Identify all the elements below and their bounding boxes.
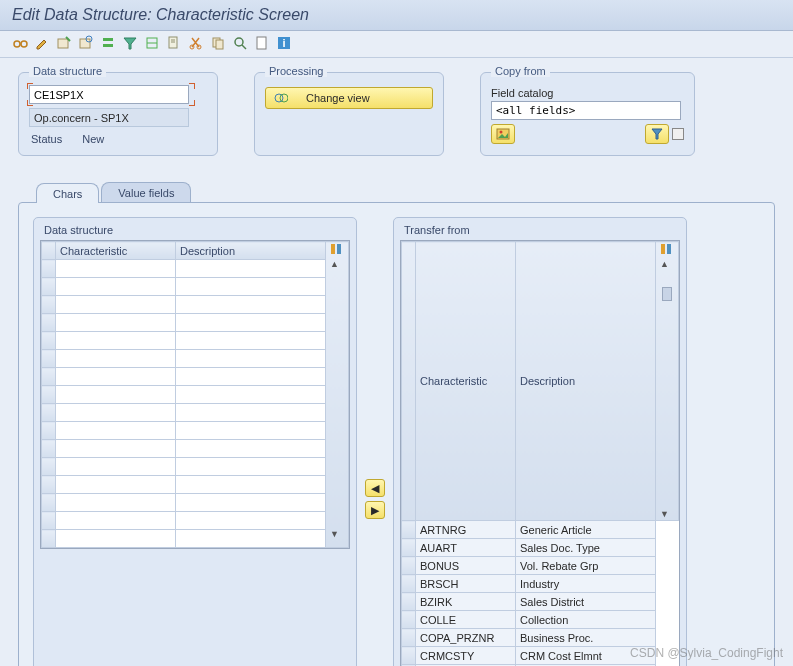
svg-point-23 [280, 94, 288, 102]
scroll-thumb[interactable] [662, 287, 672, 301]
pencil-icon[interactable] [34, 35, 50, 51]
activate-icon[interactable] [100, 35, 116, 51]
svg-point-25 [500, 131, 503, 134]
col-characteristic[interactable]: Characteristic [56, 242, 176, 260]
table-row[interactable] [42, 530, 349, 548]
table-row[interactable] [42, 494, 349, 512]
svg-rect-28 [661, 244, 665, 254]
col-description[interactable]: Description [176, 242, 326, 260]
tab-bar: Chars Value fields [36, 182, 775, 202]
table-row[interactable] [42, 332, 349, 350]
table-row[interactable]: BZIRKSales District [402, 593, 679, 611]
table-row[interactable] [42, 386, 349, 404]
group-label: Data structure [29, 65, 106, 77]
field-catalog-input[interactable] [491, 101, 681, 120]
data-structure-input[interactable] [29, 85, 189, 104]
table-row[interactable]: AUARTSales Doc. Type [402, 539, 679, 557]
vscroll[interactable]: ▲ ▼ [326, 242, 349, 548]
glasses-icon[interactable] [12, 35, 28, 51]
svg-rect-3 [58, 39, 68, 48]
toolbar: i [0, 31, 793, 58]
col-characteristic[interactable]: Characteristic [416, 242, 516, 521]
svg-point-0 [14, 41, 20, 47]
scroll-up-icon[interactable]: ▲ [330, 259, 344, 269]
create-char-icon[interactable] [56, 35, 72, 51]
config-icon[interactable] [660, 243, 674, 257]
vscroll[interactable]: ▲ ▼ [656, 242, 679, 521]
right-grid-wrap: Transfer from Characteristic Description… [393, 217, 687, 666]
processing-group: Processing Change view [254, 72, 444, 156]
picture-button[interactable] [491, 124, 515, 144]
table-row[interactable] [42, 314, 349, 332]
table-row[interactable] [42, 512, 349, 530]
group-label: Processing [265, 65, 327, 77]
col-description[interactable]: Description [516, 242, 656, 521]
move-right-button[interactable]: ▶ [365, 501, 385, 519]
table-row[interactable] [42, 368, 349, 386]
table-row[interactable]: BONUSVol. Rebate Grp [402, 557, 679, 575]
page-title: Edit Data Structure: Characteristic Scre… [0, 0, 793, 31]
status-label: Status [31, 133, 62, 145]
triangle-left-icon: ◀ [371, 482, 379, 495]
new-page-icon[interactable] [254, 35, 270, 51]
config-icon[interactable] [330, 243, 344, 257]
table-row[interactable] [42, 296, 349, 314]
scroll-down-icon[interactable]: ▼ [330, 529, 344, 539]
filter-icon [651, 128, 663, 140]
toggle-icon [274, 91, 288, 105]
left-grid-title: Data structure [40, 222, 350, 240]
table-row[interactable]: BRSCHIndustry [402, 575, 679, 593]
svg-rect-29 [667, 244, 671, 254]
table-row[interactable] [42, 278, 349, 296]
table-row[interactable] [42, 458, 349, 476]
table-row[interactable] [42, 350, 349, 368]
tab-chars[interactable]: Chars [36, 183, 99, 203]
status-value: New [82, 133, 104, 145]
info-icon[interactable]: i [276, 35, 292, 51]
scroll-up-icon[interactable]: ▲ [660, 259, 674, 269]
table-row[interactable] [42, 422, 349, 440]
table-row[interactable] [42, 476, 349, 494]
change-view-label: Change view [306, 92, 370, 104]
select-all[interactable] [42, 242, 56, 260]
table-row[interactable]: COPA_PRZNRBusiness Proc. [402, 629, 679, 647]
filter-button[interactable] [645, 124, 669, 144]
svg-point-17 [235, 38, 243, 46]
svg-rect-4 [80, 39, 90, 48]
select-all[interactable] [402, 242, 416, 521]
svg-rect-6 [103, 38, 113, 41]
move-left-button[interactable]: ◀ [365, 479, 385, 497]
filter-icon[interactable] [122, 35, 138, 51]
copy-icon[interactable] [210, 35, 226, 51]
right-grid-title: Transfer from [400, 222, 680, 240]
svg-rect-27 [337, 244, 341, 254]
table-row[interactable]: COLLECollection [402, 611, 679, 629]
table-row[interactable]: ARTNRGGeneric Article [402, 521, 679, 539]
change-doc-icon[interactable] [166, 35, 182, 51]
copy-from-group: Copy from Field catalog [480, 72, 695, 156]
svg-line-18 [242, 45, 246, 49]
triangle-right-icon: ▶ [371, 504, 379, 517]
display-char-icon[interactable] [78, 35, 94, 51]
table-row[interactable] [42, 440, 349, 458]
svg-text:i: i [282, 37, 285, 49]
cut-icon[interactable] [188, 35, 204, 51]
scroll-down-icon[interactable]: ▼ [660, 509, 674, 519]
data-structure-group: Data structure Op.concern - SP1X Status … [18, 72, 218, 156]
tab-body: Data structure Characteristic Descriptio… [18, 202, 775, 666]
svg-rect-19 [257, 37, 266, 49]
watermark: CSDN @Sylvia_CodingFight [630, 646, 783, 660]
svg-rect-7 [103, 44, 113, 47]
svg-rect-26 [331, 244, 335, 254]
field-catalog-label: Field catalog [491, 87, 684, 99]
table-row[interactable] [42, 404, 349, 422]
table-row[interactable] [42, 260, 349, 278]
filter-checkbox[interactable] [672, 128, 684, 140]
op-concern-field: Op.concern - SP1X [29, 108, 189, 127]
where-used-icon[interactable] [144, 35, 160, 51]
search-icon[interactable] [232, 35, 248, 51]
group-label: Copy from [491, 65, 550, 77]
tab-value-fields[interactable]: Value fields [101, 182, 191, 202]
left-grid-wrap: Data structure Characteristic Descriptio… [33, 217, 357, 666]
change-view-button[interactable]: Change view [265, 87, 433, 109]
